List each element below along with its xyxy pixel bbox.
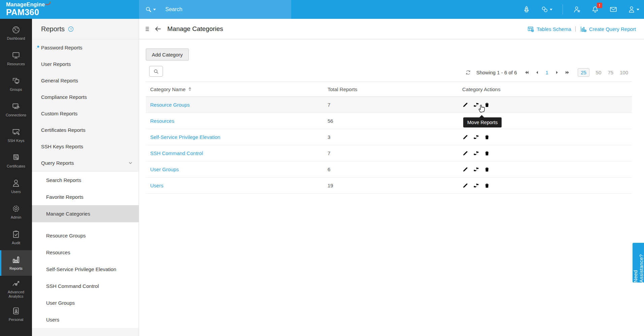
brand-manageengine-text: ManageEngine — [6, 2, 45, 8]
main-content: Manage Categories Tables SchemaCreate Qu… — [139, 19, 644, 336]
category-link[interactable]: User Groups — [150, 166, 179, 172]
sidebar-item-users[interactable]: Users — [0, 174, 32, 199]
ssh-keys-icon — [11, 127, 21, 137]
rocket-icon[interactable] — [522, 5, 531, 13]
sidebar-item-dashboard[interactable]: Dashboard — [0, 20, 32, 46]
sidebar-item-general-reports[interactable]: General Reports — [32, 72, 139, 89]
create-query-report-link[interactable]: Create Query Report — [580, 26, 636, 33]
move-reports-icon[interactable] — [473, 134, 479, 140]
sidebar-item-admin[interactable]: Admin — [0, 199, 32, 225]
sidebar-item-certificates-reports[interactable]: Certificates Reports — [32, 122, 139, 138]
sidebar-item-ssh-keys[interactable]: SSH Keys — [0, 122, 32, 148]
sidebar-item-user-groups[interactable]: User Groups — [32, 294, 139, 311]
sidebar-item-favorite-reports[interactable]: Favorite Reports — [32, 188, 139, 205]
sidebar-item-self-service-privilege-elevation[interactable]: Self-Service Privilege Elevation — [32, 261, 139, 277]
sidebar-item-user-reports[interactable]: User Reports — [32, 56, 139, 72]
edit-icon[interactable] — [462, 166, 469, 173]
global-search-bar[interactable]: Search — [139, 0, 291, 19]
previous-page-icon[interactable] — [534, 70, 540, 75]
quick-links-menu[interactable] — [541, 5, 552, 13]
nav-item-label: Favorite Reports — [46, 194, 83, 200]
table-search-button[interactable] — [149, 66, 163, 77]
search-icon[interactable] — [145, 6, 152, 13]
audit-icon — [11, 230, 21, 239]
mail-icon[interactable] — [609, 5, 617, 13]
move-reports-icon[interactable] — [473, 150, 479, 156]
category-link[interactable]: Self-Service Privilege Elevation — [150, 134, 220, 140]
back-icon[interactable] — [154, 25, 162, 33]
brand-swoosh-icon — [45, 1, 51, 5]
table-body: Resource Groups7Resources56Self-Service … — [146, 97, 632, 194]
sidebar-item-custom-reports[interactable]: Custom Reports — [32, 105, 139, 122]
category-link[interactable]: Resource Groups — [150, 102, 190, 108]
category-link[interactable]: Users — [150, 183, 163, 188]
move-reports-icon[interactable] — [473, 102, 479, 108]
last-page-icon[interactable] — [565, 70, 570, 75]
page-size-100[interactable]: 100 — [620, 70, 628, 75]
nav-item-label: Resources — [46, 250, 70, 255]
sidebar-item-search-reports[interactable]: Search Reports — [32, 172, 139, 188]
page-size-50[interactable]: 50 — [596, 70, 602, 75]
sidebar-item-advanced-analytics[interactable]: Advanced Analytics — [0, 276, 32, 301]
sidebar-item-resources[interactable]: Resources — [32, 244, 139, 261]
sidebar-item-manage-categories[interactable]: Manage Categories — [32, 205, 139, 222]
link-caret-icon — [550, 9, 552, 10]
next-page-icon[interactable] — [554, 70, 560, 75]
refresh-icon[interactable] — [465, 69, 471, 76]
help-icon[interactable]: ? — [68, 26, 74, 32]
topbar: ManageEngine PAM360 Search ! — [0, 0, 644, 19]
edit-icon[interactable] — [462, 102, 469, 108]
sidebar-item-ssh-keys-reports[interactable]: SSH Keys Reports — [32, 138, 139, 155]
sidebar-item-audit[interactable]: Audit — [0, 225, 32, 250]
notifications-button[interactable]: ! — [591, 5, 599, 13]
sidebar-item-password-reports[interactable]: Password Reports — [32, 39, 139, 56]
user-star-icon[interactable] — [573, 5, 581, 13]
table-row-self-service-privilege-elevation: Self-Service Privilege Elevation3 — [146, 129, 632, 145]
sidebar-item-reports[interactable]: Reports — [0, 250, 32, 276]
edit-icon[interactable] — [462, 150, 469, 156]
search-placeholder[interactable]: Search — [165, 6, 182, 12]
pagination-status: Showing 1 - 6 of 6 — [476, 70, 517, 75]
first-page-icon[interactable] — [524, 70, 530, 75]
groups-icon — [11, 76, 21, 85]
nav-item-label: SSH Command Control — [46, 283, 99, 289]
need-assistance-tab[interactable]: Need Assistance? — [633, 243, 644, 283]
pam360-app: ManageEngine PAM360 Search ! — [0, 0, 644, 336]
account-menu[interactable] — [628, 5, 639, 13]
sidebar-item-personal[interactable]: Personal — [0, 301, 32, 327]
brand-logo[interactable]: ManageEngine PAM360 — [6, 2, 51, 16]
sidebar-item-groups[interactable]: Groups — [0, 71, 32, 97]
resources-icon — [11, 51, 21, 60]
sidebar-item-users[interactable]: Users — [32, 311, 139, 328]
edit-icon[interactable] — [462, 134, 469, 140]
collapse-menu-icon[interactable] — [144, 25, 152, 33]
sidebar-item-label: Users — [11, 190, 21, 194]
table-row-resource-groups: Resource Groups7 — [146, 97, 632, 113]
search-scope-caret-icon[interactable] — [153, 9, 156, 10]
current-page[interactable]: 1 — [546, 70, 548, 75]
category-link[interactable]: SSH Command Control — [150, 150, 203, 156]
chevron-down-icon — [128, 160, 133, 166]
link-icon[interactable] — [541, 5, 549, 13]
sidebar-item-ssh-command-control[interactable]: SSH Command Control — [32, 277, 139, 294]
category-link[interactable]: Resources — [150, 118, 174, 124]
sort-icon[interactable] — [189, 87, 191, 91]
add-category-button[interactable]: Add Category — [146, 48, 189, 61]
page-size-75[interactable]: 75 — [608, 70, 613, 75]
page-size-25-selected[interactable]: 25 — [578, 68, 589, 77]
user-icon[interactable] — [628, 5, 636, 13]
pin-icon — [35, 45, 40, 50]
move-reports-icon[interactable] — [473, 166, 479, 173]
nav-item-label: Compliance Reports — [41, 94, 87, 100]
tables-schema-link[interactable]: Tables Schema — [527, 26, 571, 33]
sidebar-item-resource-groups[interactable]: Resource Groups — [32, 227, 139, 244]
sidebar-item-resources[interactable]: Resources — [0, 46, 32, 71]
sidebar-item-compliance-reports[interactable]: Compliance Reports — [32, 89, 139, 105]
move-reports-icon[interactable] — [473, 182, 479, 189]
sidebar-item-certificates[interactable]: Certificates — [0, 148, 32, 174]
sidebar-item-connections[interactable]: Connections — [0, 97, 32, 122]
sidebar-item-query-reports[interactable]: Query Reports — [32, 155, 139, 171]
edit-icon[interactable] — [462, 182, 469, 189]
query-sub-list: Search ReportsFavorite ReportsManage Cat… — [32, 172, 139, 222]
sidebar-item-label: Reports — [9, 266, 23, 271]
